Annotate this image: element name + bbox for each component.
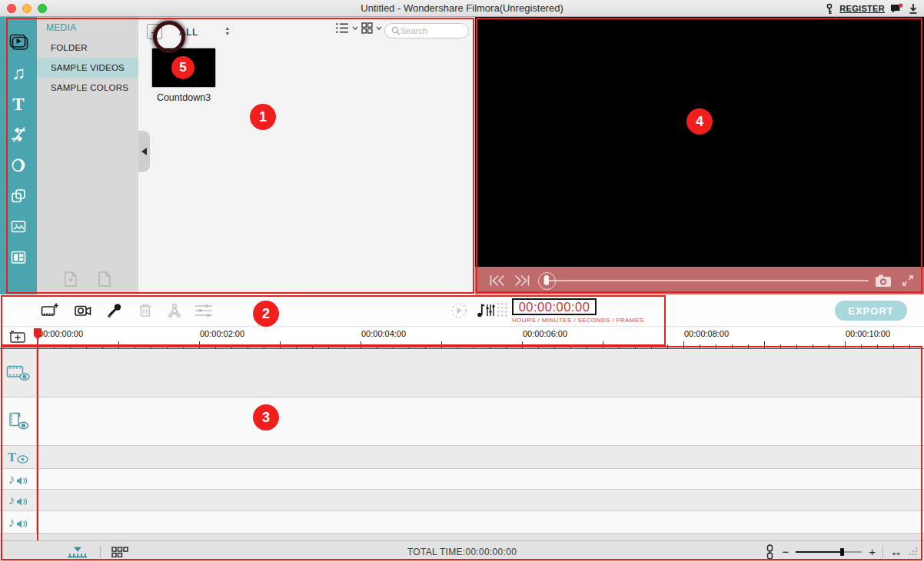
- audio-mixer-button[interactable]: [472, 294, 498, 327]
- render-preview-button[interactable]: [446, 294, 472, 327]
- music-track-1[interactable]: ♪: [0, 469, 924, 490]
- nav-item-sample-videos[interactable]: SAMPLE VIDEOS: [37, 58, 138, 78]
- media-thumbnail-countdown3[interactable]: [151, 48, 216, 88]
- export-button[interactable]: EXPORT: [835, 301, 907, 321]
- register-link[interactable]: REGISTER: [839, 4, 885, 13]
- grid-view-icon[interactable]: [361, 22, 373, 34]
- seek-handle[interactable]: [544, 275, 549, 285]
- fullscreen-icon[interactable]: [901, 274, 915, 288]
- toolbar-grip[interactable]: [495, 294, 509, 327]
- sidebar-item-titles[interactable]: T: [0, 88, 37, 119]
- voiceover-button[interactable]: [101, 294, 128, 327]
- sidebar-item-overlays[interactable]: [0, 181, 37, 211]
- music-track-icon: ♪: [8, 516, 15, 529]
- nav-item-sample-colors[interactable]: SAMPLE COLORS: [37, 78, 138, 98]
- render-preview-icon: [449, 301, 469, 321]
- video-track-lane[interactable]: [37, 349, 924, 397]
- text-track[interactable]: T: [0, 446, 924, 469]
- filter-dropdown[interactable]: ALL: [179, 26, 198, 38]
- titles-icon: T: [12, 95, 24, 113]
- record-button[interactable]: [70, 294, 96, 327]
- divider: [882, 546, 883, 558]
- skip-back-icon[interactable]: [489, 274, 506, 287]
- timeline-zoom-slider[interactable]: [796, 547, 862, 557]
- pip-track-header[interactable]: [0, 397, 37, 445]
- fit-timeline-icon[interactable]: ↔: [890, 546, 902, 558]
- panel-collapse-handle[interactable]: [138, 131, 150, 172]
- chevron-down-icon[interactable]: [352, 26, 358, 31]
- window-title: Untitled - Wondershare Filmora(Unregiste…: [0, 2, 924, 14]
- split-button[interactable]: [161, 294, 188, 327]
- search-icon: [391, 26, 401, 35]
- music-track-lane[interactable]: [37, 469, 924, 489]
- text-track-header[interactable]: T: [0, 446, 37, 468]
- video-track-header[interactable]: [0, 349, 37, 397]
- media-nav-panel: MEDIA FOLDER SAMPLE VIDEOS SAMPLE COLORS: [37, 17, 138, 294]
- media-library: + ALL ▴▾ Countdown3: [138, 17, 474, 294]
- sidebar-item-splitscreen[interactable]: [0, 242, 37, 273]
- eye-icon: [17, 455, 28, 464]
- audio-mixer-icon: [475, 301, 495, 320]
- skip-forward-icon[interactable]: [514, 274, 530, 287]
- music-track-header[interactable]: ♪: [0, 511, 37, 533]
- splitscreen-icon: [9, 248, 28, 267]
- music-track-2[interactable]: ♪: [0, 490, 924, 511]
- timeline-ruler[interactable]: 00:00:00:00 00:00:02:00 00:00:04:00 00:0…: [0, 327, 924, 349]
- countdown-ring: [157, 25, 181, 49]
- zoom-in-button[interactable]: +: [869, 546, 876, 557]
- adjust-button[interactable]: [191, 294, 217, 327]
- delete-button[interactable]: [132, 294, 158, 327]
- feedback-icon[interactable]: [890, 3, 903, 15]
- resize-grip-icon[interactable]: [909, 547, 918, 556]
- snapshot-icon[interactable]: [875, 274, 893, 288]
- music-track-header[interactable]: ♪: [0, 469, 37, 489]
- ruler-label: 00:00:04:00: [361, 329, 406, 338]
- overlays-icon: [9, 187, 28, 205]
- slider-handle[interactable]: [840, 548, 844, 556]
- text-track-lane[interactable]: [37, 446, 924, 468]
- status-bar: TOTAL TIME:00:00:00:00 − + ↔: [0, 540, 924, 562]
- sidebar-item-transitions[interactable]: [0, 119, 37, 150]
- import-folder-icon[interactable]: [96, 270, 113, 288]
- pip-track[interactable]: [0, 397, 924, 446]
- sidebar-item-music[interactable]: ♫: [0, 58, 37, 88]
- media-icon: [8, 33, 28, 52]
- sort-toggle[interactable]: ▴▾: [226, 26, 229, 37]
- sidebar-item-media[interactable]: [0, 27, 37, 58]
- sliders-icon: [194, 302, 214, 319]
- download-icon[interactable]: [909, 3, 918, 15]
- preview-screen: [475, 17, 924, 267]
- search-input[interactable]: [401, 26, 462, 35]
- music-track-3[interactable]: ♪: [0, 511, 924, 534]
- sidebar-item-filters[interactable]: [0, 150, 37, 181]
- music-track-icon: ♪: [8, 473, 15, 486]
- seek-bar[interactable]: [546, 280, 869, 281]
- collapse-arrow-icon: [141, 148, 147, 155]
- video-track[interactable]: [0, 349, 924, 397]
- list-view-icon[interactable]: [335, 22, 349, 34]
- import-media-button[interactable]: [37, 294, 63, 327]
- playhead-line: [37, 338, 38, 540]
- timecode-value: 00:00:00:00: [519, 300, 590, 314]
- split-scissors-icon: [165, 301, 184, 320]
- pip-track-lane[interactable]: [37, 397, 924, 445]
- zoom-out-button[interactable]: −: [782, 546, 789, 557]
- slider-track-empty: [843, 551, 862, 553]
- trash-icon: [137, 301, 154, 320]
- sidebar-item-elements[interactable]: [0, 211, 37, 242]
- nav-item-folder[interactable]: FOLDER: [37, 38, 138, 58]
- search-box[interactable]: [384, 23, 469, 38]
- link-icon[interactable]: [765, 544, 775, 560]
- import-file-icon[interactable]: [62, 270, 79, 288]
- elements-icon: [9, 218, 28, 236]
- key-icon: [825, 3, 834, 15]
- add-track-icon[interactable]: [8, 330, 27, 344]
- music-icon: ♫: [12, 64, 25, 82]
- music-track-lane[interactable]: [37, 490, 924, 510]
- music-track-lane[interactable]: [37, 511, 924, 533]
- ruler-label: 00:00:06:00: [523, 329, 567, 338]
- chevron-down-icon[interactable]: [376, 26, 382, 31]
- titlebar: Untitled - Wondershare Filmora(Unregiste…: [0, 0, 924, 17]
- music-track-header[interactable]: ♪: [0, 490, 37, 510]
- pip-track-icon: [7, 412, 30, 431]
